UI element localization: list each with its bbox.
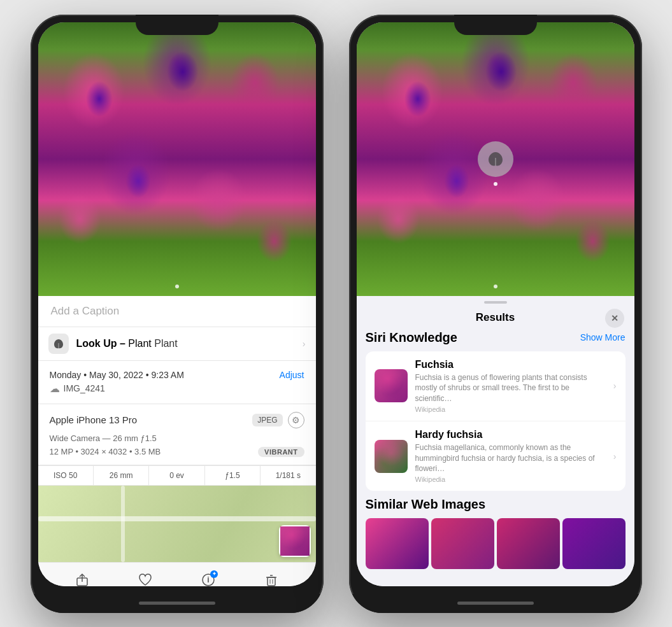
similar-img-3[interactable] <box>497 518 560 569</box>
trash-icon <box>264 573 278 586</box>
heart-icon <box>138 573 152 586</box>
lookup-chevron-icon: › <box>303 339 306 349</box>
fuchsia-source: Wikipedia <box>415 405 606 413</box>
fuchsia-text: Fuchsia Fuchsia is a genus of flowering … <box>415 359 606 413</box>
caption-field[interactable]: Add a Caption <box>38 296 316 327</box>
adjust-button[interactable]: Adjust <box>280 370 304 380</box>
hardy-name: Hardy fuchsia <box>415 429 606 440</box>
bottom-toolbar: i ✦ <box>38 562 316 586</box>
results-header: Results ✕ <box>357 309 634 330</box>
hardy-source: Wikipedia <box>415 476 606 483</box>
camera-name: Apple iPhone 13 Pro <box>50 414 138 425</box>
similar-images-grid <box>366 518 626 569</box>
fuchsia-thumbnail <box>375 369 408 402</box>
results-panel: Results ✕ Siri Knowledge Show More <box>357 296 634 586</box>
photo-date: Monday • May 30, 2022 • 9:23 AM <box>50 370 184 380</box>
map-road-v <box>121 486 125 562</box>
close-button[interactable]: ✕ <box>605 309 624 328</box>
phones-container: Add a Caption Look Up – Plant Plant › <box>31 15 642 613</box>
exif-shutter: 1/181 s <box>261 466 315 485</box>
phone-1: Add a Caption Look Up – Plant Plant › <box>31 15 324 613</box>
results-title: Results <box>476 311 515 324</box>
exif-row: ISO 50 26 mm 0 ev ƒ1.5 1/181 s <box>38 465 316 486</box>
vibrant-badge: VIBRANT <box>258 447 304 457</box>
share-button[interactable] <box>75 573 89 586</box>
camera-badges: JPEG ⚙ <box>252 412 304 428</box>
flower-bg-1 <box>38 22 316 296</box>
map-thumb-img <box>280 526 310 556</box>
results-body[interactable]: Siri Knowledge Show More Fuchsia Fuchsia… <box>357 330 634 586</box>
knowledge-card: Fuchsia Fuchsia is a genus of flowering … <box>366 351 626 491</box>
photo-filename: IMG_4241 <box>64 383 105 393</box>
home-bar-1 <box>139 602 215 605</box>
phone-1-notch <box>136 15 218 35</box>
lookup-text: Look Up – Plant Plant <box>76 338 178 349</box>
map-road-h <box>38 516 316 521</box>
page-indicator <box>175 285 179 288</box>
photo-filename-row: ☁ IMG_4241 <box>50 383 304 395</box>
map-preview[interactable] <box>38 486 316 562</box>
photo-date-row: Monday • May 30, 2022 • 9:23 AM Adjust <box>50 370 304 380</box>
info-badge: ✦ <box>210 570 218 578</box>
fuchsia-desc: Fuchsia is a genus of flowering plants t… <box>415 372 606 404</box>
similar-images-title: Similar Web Images <box>366 497 626 512</box>
camera-row: Apple iPhone 13 Pro JPEG ⚙ <box>50 412 304 428</box>
flower-photo-1[interactable] <box>38 22 316 296</box>
gear-icon[interactable]: ⚙ <box>288 412 304 428</box>
format-badge: JPEG <box>252 414 282 426</box>
phone-1-screen: Add a Caption Look Up – Plant Plant › <box>38 22 316 586</box>
cloud-icon: ☁ <box>50 383 60 395</box>
exif-ev: 0 ev <box>149 466 204 485</box>
exif-iso: ISO 50 <box>38 466 94 485</box>
siri-knowledge-header: Siri Knowledge Show More <box>366 330 626 345</box>
hardy-chevron-icon: › <box>613 451 617 461</box>
similar-img-1[interactable] <box>366 518 429 569</box>
flower-photo-2[interactable] <box>357 22 634 296</box>
lens-info: Wide Camera — 26 mm ƒ1.5 <box>50 433 304 443</box>
phone-2-screen: Results ✕ Siri Knowledge Show More <box>357 22 634 586</box>
photo-info-section: Monday • May 30, 2022 • 9:23 AM Adjust ☁… <box>38 361 316 404</box>
lookup-icon <box>48 334 69 354</box>
share-icon <box>75 573 89 586</box>
show-more-button[interactable]: Show More <box>580 332 626 342</box>
leaf-lookup-icon <box>487 150 504 168</box>
siri-knowledge-title: Siri Knowledge <box>366 330 457 345</box>
hardy-thumbnail <box>375 440 408 473</box>
hardy-text: Hardy fuchsia Fuchsia magellanica, commo… <box>415 429 606 483</box>
visual-lookup-button[interactable] <box>478 141 513 177</box>
knowledge-item-hardy[interactable]: Hardy fuchsia Fuchsia magellanica, commo… <box>366 421 626 491</box>
similar-images-section: Similar Web Images <box>366 497 626 569</box>
phone-2-notch <box>454 15 537 35</box>
map-thumbnail <box>279 525 311 557</box>
visual-lookup-dot <box>494 182 497 186</box>
lookup-row[interactable]: Look Up – Plant Plant › <box>38 327 316 361</box>
svg-rect-4 <box>268 577 275 586</box>
phone-2: Results ✕ Siri Knowledge Show More <box>349 15 642 613</box>
info-button[interactable]: i ✦ <box>201 573 215 586</box>
exif-aperture: ƒ1.5 <box>205 466 261 485</box>
fuchsia-chevron-icon: › <box>613 381 617 391</box>
exif-mm: 26 mm <box>94 466 149 485</box>
hardy-desc: Fuchsia magellanica, commonly known as t… <box>415 442 606 474</box>
mp-info: 12 MP • 3024 × 4032 • 3.5 MB <box>50 447 161 456</box>
camera-info-section: Apple iPhone 13 Pro JPEG ⚙ Wide Camera —… <box>38 404 316 465</box>
similar-img-2[interactable] <box>431 518 494 569</box>
knowledge-item-fuchsia[interactable]: Fuchsia Fuchsia is a genus of flowering … <box>366 351 626 421</box>
similar-img-4[interactable] <box>562 518 626 569</box>
favorite-button[interactable] <box>138 573 152 586</box>
drag-handle[interactable] <box>484 301 507 304</box>
phone-1-home <box>31 594 324 613</box>
svg-text:i: i <box>207 575 209 584</box>
leaf-icon <box>53 338 64 349</box>
page-indicator-2 <box>494 285 497 288</box>
phone-2-home <box>349 594 642 613</box>
home-bar-2 <box>457 602 534 605</box>
delete-button[interactable] <box>264 573 278 586</box>
fuchsia-name: Fuchsia <box>415 359 606 370</box>
mp-row: 12 MP • 3024 × 4032 • 3.5 MB VIBRANT <box>50 447 304 457</box>
